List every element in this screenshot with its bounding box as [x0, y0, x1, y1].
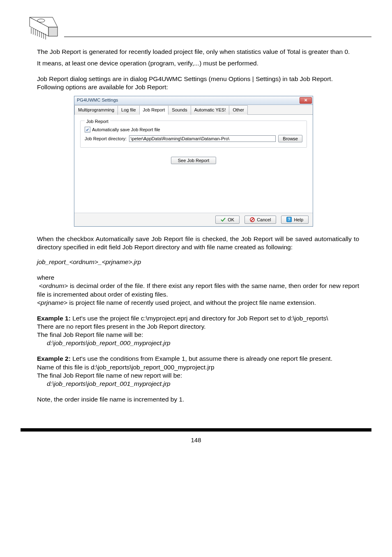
logo-icon — [21, 12, 62, 41]
checkmark-icon — [221, 217, 226, 222]
example-2-path: d:\job_reports\job_report_001_myproject.… — [47, 380, 359, 388]
example-2-line2: Name of this file is d:\job_reports\job_… — [37, 363, 359, 371]
tab-job-report[interactable]: Job Report — [139, 105, 169, 115]
body-paragraph-checkbox: When the checkbox Automatically save Job… — [37, 235, 359, 251]
where-label: where — [37, 274, 359, 282]
ok-button[interactable]: OK — [215, 216, 240, 224]
tab-automatic-yes-[interactable]: Automatic YES! — [191, 105, 230, 115]
svg-point-3 — [37, 19, 45, 22]
example-2-line3: The final Job Report file name of new re… — [37, 371, 359, 380]
header-rule — [64, 37, 371, 37]
svg-text:?: ? — [288, 217, 291, 222]
dialog-titlebar: PG4UWMC Settings ✕ — [74, 96, 313, 105]
example-2: Example 2: Let's use the conditions from… — [37, 355, 359, 363]
help-button[interactable]: ? Help — [281, 216, 309, 224]
help-icon: ? — [286, 217, 292, 222]
see-job-report-button[interactable]: See Job Report — [171, 157, 216, 164]
help-label: Help — [294, 217, 303, 223]
checkbox-icon[interactable]: ✔ — [85, 127, 90, 132]
header-area — [21, 12, 371, 41]
auto-save-checkbox-row[interactable]: ✔ Automatically save Job Report file — [85, 127, 302, 132]
browse-button[interactable]: Browse — [278, 135, 302, 142]
footer-rule — [21, 428, 371, 432]
directory-input[interactable] — [129, 135, 276, 142]
tab-multiprogramming[interactable]: Multiprogramming — [74, 105, 118, 115]
ordnum-line: <ordnum> is decimal order of the file. I… — [37, 282, 359, 298]
example-1-path: d:\job_reports\job_report_000_myproject.… — [47, 339, 359, 347]
ok-label: OK — [228, 217, 234, 223]
close-icon[interactable]: ✕ — [300, 97, 312, 104]
example-1: Example 1: Let's use the project file c:… — [37, 314, 359, 323]
directory-label: Job Report directory: — [85, 136, 127, 142]
filename-pattern: job_report_<ordnum>_<prjname>.jrp — [37, 258, 359, 266]
tabs-row: MultiprogrammingLog fileJob ReportSounds… — [74, 105, 313, 115]
group-title: Job Report — [85, 118, 110, 124]
example-1-line3: The final Job Report file name will be: — [37, 331, 359, 339]
dialog-footer: OK Cancel — [74, 213, 313, 226]
auto-save-label: Automatically save Job Report file — [92, 127, 160, 132]
tab-sounds[interactable]: Sounds — [168, 105, 191, 115]
example-1-line2: There are no report files present in the… — [37, 323, 359, 331]
note-line: Note, the order inside file name is incr… — [37, 395, 359, 404]
page-number: 148 — [21, 436, 371, 443]
tab-other[interactable]: Other — [229, 105, 248, 115]
job-report-group: Job Report ✔ Automatically save Job Repo… — [80, 121, 307, 148]
tab-log-file[interactable]: Log file — [118, 105, 139, 115]
dialog-title: PG4UWMC Settings — [77, 97, 300, 103]
intro-paragraph-2: It means, at least one device operation … — [37, 59, 359, 67]
settings-dialog: PG4UWMC Settings ✕ MultiprogrammingLog f… — [74, 96, 313, 227]
cancel-label: Cancel — [257, 217, 271, 223]
intro-paragraph-3: Job Report dialog settings are in dialog… — [37, 75, 359, 83]
svg-marker-2 — [48, 27, 58, 36]
svg-line-13 — [251, 218, 254, 221]
cancel-button[interactable]: Cancel — [244, 216, 276, 224]
intro-paragraph-4: Following options are available for Job … — [37, 83, 359, 91]
prjname-line: <prjname> is project file name of recent… — [37, 299, 359, 307]
cancel-icon — [250, 217, 255, 222]
intro-paragraph-1: The Job Report is generated for recently… — [37, 48, 359, 56]
